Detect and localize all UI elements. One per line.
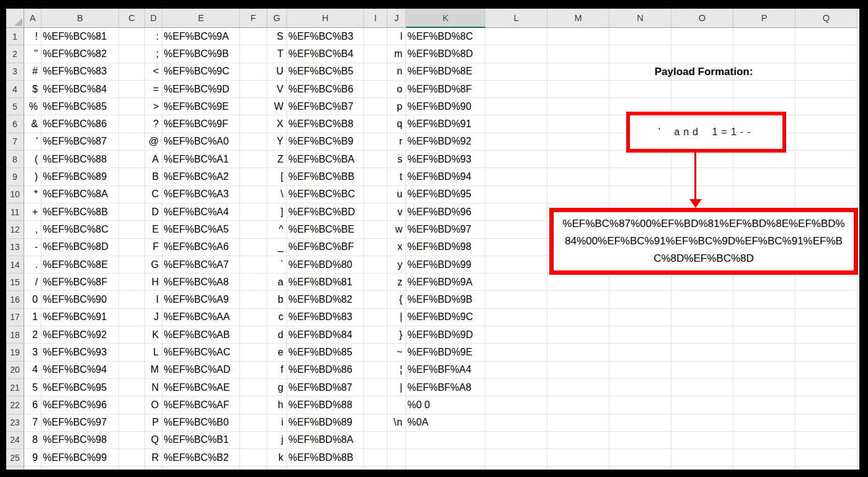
cell-b9[interactable]: %EF%BC%89 xyxy=(42,168,119,185)
cell-h5[interactable]: %EF%BC%B7 xyxy=(287,98,364,115)
cell-empty[interactable] xyxy=(671,291,733,308)
cell-empty[interactable] xyxy=(795,168,857,185)
cell-empty[interactable] xyxy=(364,98,388,115)
cell-e6[interactable]: %EF%BC%9F xyxy=(162,115,240,133)
column-header-l[interactable]: L xyxy=(485,9,547,28)
cell-empty[interactable] xyxy=(364,28,388,45)
cell-empty[interactable] xyxy=(609,45,671,63)
cell-e20[interactable]: %EF%BC%AD xyxy=(162,362,240,379)
cell-j21[interactable]: | xyxy=(388,379,406,396)
cell-empty[interactable] xyxy=(364,239,388,256)
row-header-2[interactable]: 2 xyxy=(6,45,24,63)
cell-empty[interactable] xyxy=(240,291,267,308)
cell-b17[interactable]: %EF%BC%91 xyxy=(42,309,119,326)
cell-j1[interactable]: l xyxy=(388,28,406,45)
cell-empty[interactable] xyxy=(547,98,609,115)
cell-j9[interactable]: t xyxy=(388,168,406,185)
cell-g13[interactable]: _ xyxy=(267,239,287,256)
cell-empty[interactable] xyxy=(485,239,547,256)
row-header-12[interactable]: 12 xyxy=(6,221,24,238)
cell-empty[interactable] xyxy=(795,449,857,466)
row-header-22[interactable]: 22 xyxy=(6,396,24,414)
cell-empty[interactable] xyxy=(795,414,857,432)
cell-b24[interactable]: %EF%BC%98 xyxy=(42,432,119,449)
column-header-f[interactable]: F xyxy=(240,9,267,28)
cell-g15[interactable]: a xyxy=(267,274,287,291)
cell-a25[interactable]: 9 xyxy=(24,449,42,466)
cell-d13[interactable]: F xyxy=(145,239,162,256)
cell-empty[interactable] xyxy=(485,362,547,379)
cell-h4[interactable]: %EF%BC%B6 xyxy=(287,81,364,98)
cell-d21[interactable]: N xyxy=(145,379,162,396)
column-header-i[interactable]: I xyxy=(364,9,388,28)
row-header-15[interactable]: 15 xyxy=(6,274,24,291)
cell-e16[interactable]: %EF%BC%A9 xyxy=(162,291,240,308)
cell-empty[interactable] xyxy=(485,81,547,98)
cell-empty[interactable] xyxy=(485,221,547,238)
cell-empty[interactable] xyxy=(547,432,609,449)
cell-empty[interactable] xyxy=(733,414,795,432)
cell-j25[interactable] xyxy=(388,449,406,466)
cell-g12[interactable]: ^ xyxy=(267,221,287,238)
cell-j13[interactable]: x xyxy=(388,239,406,256)
cell-d18[interactable]: K xyxy=(145,326,162,344)
cell-a19[interactable]: 3 xyxy=(24,344,42,361)
cell-empty[interactable] xyxy=(240,115,267,133)
cell-empty[interactable] xyxy=(733,28,795,45)
cell-a12[interactable]: , xyxy=(24,221,42,238)
row-header-1[interactable]: 1 xyxy=(6,28,24,45)
cell-e14[interactable]: %EF%BC%A7 xyxy=(162,256,240,274)
cell-empty[interactable] xyxy=(240,309,267,326)
cell-e9[interactable]: %EF%BC%A2 xyxy=(162,168,240,185)
cell-empty[interactable] xyxy=(240,414,267,432)
cell-empty[interactable] xyxy=(733,326,795,344)
column-header-e[interactable]: E xyxy=(162,9,240,28)
column-header-h[interactable]: H xyxy=(287,9,364,28)
cell-b12[interactable]: %EF%BC%8C xyxy=(42,221,119,238)
cell-k22[interactable]: %0 0 xyxy=(406,396,485,414)
cell-empty[interactable] xyxy=(609,414,671,432)
cell-empty[interactable] xyxy=(119,291,145,308)
cell-g7[interactable]: Y xyxy=(267,133,287,151)
cell-d16[interactable]: I xyxy=(145,291,162,308)
cell-empty[interactable] xyxy=(485,449,547,466)
cell-empty[interactable] xyxy=(733,186,795,203)
cell-k3[interactable]: %EF%BD%8E xyxy=(406,63,485,81)
cell-empty[interactable] xyxy=(119,221,145,238)
cell-d12[interactable]: E xyxy=(145,221,162,238)
cell-e8[interactable]: %EF%BC%A1 xyxy=(162,151,240,168)
cell-b19[interactable]: %EF%BC%93 xyxy=(42,344,119,361)
row-header-16[interactable]: 16 xyxy=(6,291,24,308)
cell-empty[interactable] xyxy=(547,133,609,151)
cell-h13[interactable]: %EF%BC%BF xyxy=(287,239,364,256)
cell-empty[interactable] xyxy=(671,28,733,45)
cell-e2[interactable]: %EF%BC%9B xyxy=(162,45,240,63)
cell-k17[interactable]: %EF%BD%9C xyxy=(406,309,485,326)
column-header-p[interactable]: P xyxy=(733,9,795,28)
cell-b10[interactable]: %EF%BC%8A xyxy=(42,186,119,203)
cell-h12[interactable]: %EF%BC%BE xyxy=(287,221,364,238)
cell-empty[interactable] xyxy=(119,98,145,115)
cell-h8[interactable]: %EF%BC%BA xyxy=(287,151,364,168)
cell-b11[interactable]: %EF%BC%8B xyxy=(42,203,119,221)
cell-j7[interactable]: r xyxy=(388,133,406,151)
cell-empty[interactable] xyxy=(364,133,388,151)
cell-d3[interactable]: < xyxy=(145,63,162,81)
cell-a14[interactable]: . xyxy=(24,256,42,274)
cell-empty[interactable] xyxy=(609,326,671,344)
cell-empty[interactable] xyxy=(671,274,733,291)
cell-d5[interactable]: > xyxy=(145,98,162,115)
cell-j3[interactable]: n xyxy=(388,63,406,81)
cell-empty[interactable] xyxy=(485,28,547,45)
cell-empty[interactable] xyxy=(795,133,857,151)
cell-empty[interactable] xyxy=(119,449,145,466)
cell-empty[interactable] xyxy=(795,309,857,326)
cell-empty[interactable] xyxy=(671,344,733,361)
cell-d24[interactable]: Q xyxy=(145,432,162,449)
cell-j20[interactable]: ¦ xyxy=(388,362,406,379)
cell-empty[interactable] xyxy=(547,115,609,133)
cell-h22[interactable]: %EF%BD%88 xyxy=(287,396,364,414)
cell-d9[interactable]: B xyxy=(145,168,162,185)
cell-a18[interactable]: 2 xyxy=(24,326,42,344)
row-header-3[interactable]: 3 xyxy=(6,63,24,81)
